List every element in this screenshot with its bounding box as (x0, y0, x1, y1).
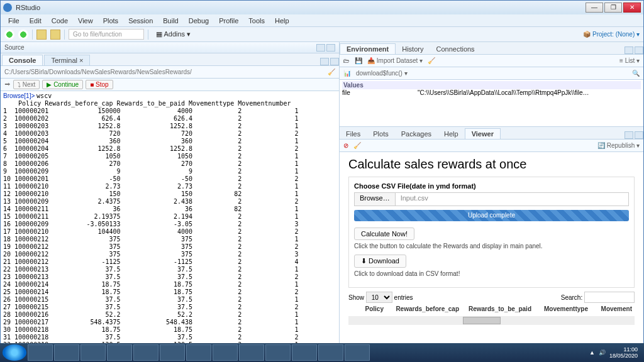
taskbar-item[interactable] (107, 344, 132, 361)
menu-build[interactable]: Build (158, 17, 183, 25)
debug-continue-button[interactable]: ▶ Continue (42, 80, 83, 89)
maximize-button[interactable]: ❐ (604, 3, 622, 13)
open-file-icon[interactable] (36, 30, 47, 40)
taskbar-item[interactable] (160, 344, 185, 361)
system-tray[interactable]: ▲ 🔊 11:00 18/05/2020 (589, 346, 641, 359)
calculate-button[interactable]: Calculate Now! (354, 228, 414, 240)
menubar: File Edit Code View Plots Session Build … (1, 14, 643, 27)
download-button[interactable]: ⬇ Download (354, 255, 406, 268)
tab-packages[interactable]: Packages (395, 129, 438, 139)
menu-edit[interactable]: Edit (25, 17, 47, 25)
taskbar-item[interactable] (186, 344, 211, 361)
viewer-broom-icon[interactable]: 🧹 (353, 142, 361, 149)
tab-connections[interactable]: Connections (430, 44, 480, 54)
app-title: Calculate sales rewards at once (348, 157, 635, 172)
pane-max-icon[interactable] (330, 58, 339, 65)
datatable-search-input[interactable] (584, 292, 635, 303)
console-path: C:/Users/SBirla/Downloads/NewSalesReward… (4, 69, 192, 75)
menu-session[interactable]: Session (123, 17, 158, 25)
env-search-icon[interactable]: 🔍 (632, 70, 640, 77)
clock-time: 11:00 (609, 346, 638, 353)
console-tabs: Console Terminal × (1, 53, 339, 66)
taskbar-item[interactable] (265, 344, 291, 361)
new-file-icon[interactable] (4, 30, 14, 40)
menu-tools[interactable]: Tools (243, 17, 270, 25)
tab-console[interactable]: Console (2, 55, 43, 65)
file-name-display: Input.csv (396, 193, 433, 206)
menu-help[interactable]: Help (270, 17, 294, 25)
menu-debug[interactable]: Debug (184, 17, 214, 25)
taskbar-item[interactable] (213, 344, 238, 361)
republish-button[interactable]: 🔄 Republish ▾ (597, 142, 640, 149)
env-load-icon[interactable]: 🗁 (343, 57, 350, 64)
tab-environment[interactable]: Environment (340, 43, 396, 54)
tray-icon[interactable]: 🔊 (599, 349, 606, 356)
env-clear-icon[interactable]: 🧹 (428, 57, 435, 64)
viewer-clear-icon[interactable]: ⊘ (343, 142, 348, 149)
window-title: RStudio (16, 4, 40, 11)
save-icon[interactable] (50, 30, 60, 40)
env-view-mode[interactable]: ≡ List ▾ (619, 57, 640, 64)
pane-min-icon[interactable] (320, 58, 329, 65)
tab-help[interactable]: Help (438, 129, 465, 139)
tab-history[interactable]: History (396, 44, 430, 54)
close-button[interactable]: ✕ (623, 3, 641, 13)
menu-profile[interactable]: Profile (214, 17, 243, 25)
datatable-header: Policy Rewards_before_cap Rewards_to_be_… (348, 303, 635, 315)
new-project-icon[interactable] (18, 30, 28, 40)
viewer-tabs: Files Plots Packages Help Viewer (340, 127, 643, 140)
pane-min-icon[interactable] (316, 44, 325, 52)
start-button[interactable] (3, 344, 26, 361)
env-var-name[interactable]: file (342, 89, 418, 96)
environment-list: Values file"C:\\Users\\SBirla\\AppData\\… (340, 80, 643, 126)
pane-min-icon[interactable] (625, 47, 633, 54)
taskbar-item[interactable] (345, 344, 370, 361)
taskbar-item[interactable] (133, 344, 158, 361)
taskbar-item[interactable] (239, 344, 264, 361)
pane-max-icon[interactable] (635, 131, 643, 139)
taskbar-item[interactable] (54, 344, 79, 361)
debug-next-button[interactable]: ⤵ Next (13, 80, 40, 89)
shiny-app-viewer: Calculate sales rewards at once Choose C… (340, 152, 643, 361)
browse-button[interactable]: Browse… (355, 193, 396, 206)
tray-icon[interactable]: ▲ (589, 349, 595, 356)
menu-plots[interactable]: Plots (98, 17, 123, 25)
console-output[interactable]: Browse[1]> wscv Policy Rewards_before_ca… (1, 91, 339, 361)
taskbar-item[interactable] (292, 344, 317, 361)
project-selector[interactable]: 📦 Project: (None) ▾ (583, 31, 640, 38)
menu-code[interactable]: Code (47, 17, 73, 25)
import-dataset-button[interactable]: 📥 Import Dataset ▾ (367, 57, 423, 64)
tab-files[interactable]: Files (340, 129, 367, 139)
clock-date: 18/05/2020 (609, 353, 638, 359)
debug-toolbar: ⮕ ⤵ Next ▶ Continue ■ Stop (1, 79, 339, 91)
taskbar-item[interactable] (318, 344, 343, 361)
horizontal-scrollbar[interactable] (348, 316, 635, 325)
menu-view[interactable]: View (73, 17, 98, 25)
pane-min-icon[interactable] (625, 131, 633, 139)
tab-plots[interactable]: Plots (367, 129, 394, 139)
file-input-label: Choose CSV File(date in ymd format) (354, 182, 629, 190)
env-scope-dropdown[interactable]: download$func() ▾ (356, 70, 408, 77)
console-path-bar: C:/Users/SBirla/Downloads/NewSalesReward… (1, 66, 339, 79)
page-size-select[interactable]: 10 (366, 292, 392, 303)
titlebar: RStudio — ❐ ✕ (1, 1, 643, 14)
file-input[interactable]: Browse… Input.csv (354, 192, 629, 206)
calc-note: Click the button to calculate the Reward… (354, 243, 629, 250)
app-icon (3, 3, 12, 12)
menu-file[interactable]: File (3, 17, 25, 25)
addins-dropdown[interactable]: ▦ Addins ▾ (152, 30, 194, 39)
clear-console-icon[interactable]: 🧹 (328, 69, 335, 75)
main-toolbar: Go to file/function ▦ Addins ▾ 📦 Project… (1, 27, 643, 42)
env-save-icon[interactable]: 💾 (355, 57, 362, 64)
source-pane-header: Source (1, 42, 339, 53)
pane-max-icon[interactable] (326, 44, 335, 52)
taskbar-item[interactable] (28, 344, 53, 361)
taskbar-item[interactable] (80, 344, 106, 361)
minimize-button[interactable]: — (586, 3, 603, 13)
tab-viewer[interactable]: Viewer (465, 128, 501, 139)
env-section-values: Values (342, 81, 641, 89)
debug-stop-button[interactable]: ■ Stop (86, 80, 113, 89)
pane-max-icon[interactable] (635, 47, 643, 54)
goto-file-input[interactable]: Go to file/function (69, 29, 144, 40)
tab-terminal[interactable]: Terminal × (44, 55, 90, 65)
